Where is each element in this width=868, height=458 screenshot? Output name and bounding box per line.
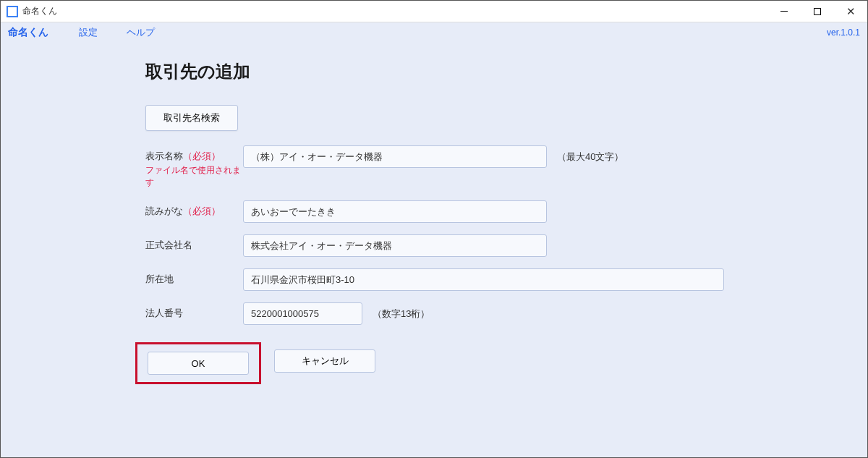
label-official-name: 正式会社名 [145,234,243,252]
cancel-button[interactable]: キャンセル [274,349,375,373]
minimize-icon [780,11,788,12]
minimize-button[interactable] [767,1,801,22]
menu-settings[interactable]: 設定 [79,26,98,39]
row-address: 所在地 [145,268,867,291]
label-reading-required: （必須） [183,205,221,216]
display-name-input[interactable] [243,145,547,168]
maximize-button[interactable] [801,1,834,22]
version-label: ver.1.0.1 [827,27,860,38]
row-corp-number: 法人番号 （数字13桁） [145,302,867,325]
close-button[interactable]: ✕ [834,1,867,22]
label-address: 所在地 [145,268,243,286]
label-corp-number: 法人番号 [145,302,243,320]
ok-highlight-frame: OK [135,342,261,384]
menu-help[interactable]: ヘルプ [127,26,155,39]
app-icon [7,6,18,17]
label-display-name-required: （必須） [183,150,221,161]
label-reading: 読みがな（必須） [145,200,243,218]
row-official-name: 正式会社名 [145,234,867,257]
display-name-hint: （最大40文字） [557,150,624,164]
window-title: 命名くん [22,5,57,17]
row-reading: 読みがな（必須） [145,200,867,223]
reading-input[interactable] [243,200,547,223]
corp-number-hint: （数字13桁） [373,308,430,321]
search-supplier-button[interactable]: 取引先名検索 [145,105,238,131]
menubar: 命名くん 設定 ヘルプ ver.1.0.1 [1,22,867,43]
label-display-name: 表示名称（必須） ファイル名で使用されます [145,145,243,189]
action-row: OK キャンセル [145,342,867,384]
page-title: 取引先の追加 [145,60,867,83]
app-logo-text: 命名くん [8,26,48,39]
official-name-input[interactable] [243,234,547,257]
maximize-icon [814,8,821,15]
label-display-name-text: 表示名称 [145,150,183,161]
label-display-name-subnote: ファイル名で使用されます [145,164,243,189]
window-controls: ✕ [767,1,867,22]
address-input[interactable] [243,268,724,291]
window-titlebar: 命名くん ✕ [1,1,867,22]
label-reading-text: 読みがな [145,205,183,216]
close-icon: ✕ [846,6,856,17]
ok-button[interactable]: OK [148,352,249,375]
app-logo: 命名くん [8,26,50,39]
corp-number-input[interactable] [243,302,362,325]
row-display-name: 表示名称（必須） ファイル名で使用されます （最大40文字） [145,145,867,189]
content-area: 取引先の追加 取引先名検索 表示名称（必須） ファイル名で使用されます （最大4… [1,43,867,458]
